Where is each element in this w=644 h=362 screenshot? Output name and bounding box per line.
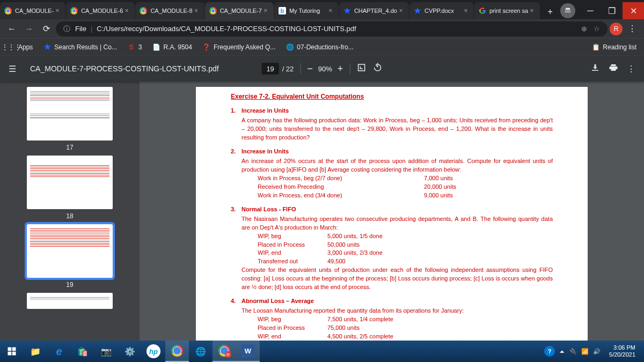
svg-rect-6 <box>12 352 16 356</box>
chrome-icon <box>140 7 147 14</box>
tab-5[interactable]: bMy Tutoring× <box>274 2 339 19</box>
close-icon[interactable]: × <box>54 7 61 14</box>
minimize-button[interactable]: ─ <box>580 2 601 19</box>
thumbnail-17[interactable]: 17 <box>27 87 113 151</box>
menu-button[interactable]: ⋮ <box>625 21 640 36</box>
ie-icon[interactable]: e <box>47 341 71 362</box>
omnibox[interactable]: ⓘ File | C:/Users/reccy/Downloads/CA_MOD… <box>56 21 608 36</box>
tab-2[interactable]: CA_MODULE-6× <box>66 2 135 19</box>
tab-4-active[interactable]: CA_MODULE-7× <box>205 2 274 19</box>
svg-rect-2 <box>358 64 364 71</box>
volume-icon[interactable]: 🔊 <box>593 348 601 355</box>
close-icon[interactable]: × <box>262 7 269 14</box>
bookmark-star-icon[interactable]: ☆ <box>592 25 601 33</box>
zoom-level: 90% <box>318 65 332 73</box>
windows-taskbar: 📁 e 🛍️ 📷 ⚙️ hp 🌐 R W ? ⏶ 🔌 📶 🔊 3:06 PM 5… <box>0 341 644 362</box>
help-icon[interactable]: ? <box>544 346 555 357</box>
chrome-icon <box>4 7 12 14</box>
chrome-icon <box>70 7 78 14</box>
forward-button[interactable]: → <box>21 21 36 36</box>
bookmark-item[interactable]: 🌐07-Deductions-fro... <box>283 40 356 54</box>
google-icon <box>479 7 486 14</box>
bookmark-item[interactable]: Search Results | Co... <box>40 40 120 54</box>
exercise-title: Exercise 7-2. Equivalent Unit Computatio… <box>231 92 553 101</box>
star-icon <box>414 7 421 14</box>
apps-icon: ⋮⋮⋮ <box>8 43 15 51</box>
list-icon: 📋 <box>592 43 599 51</box>
pdf-filename: CA_MODULE-7-PROCESS-COSTING-LOST-UNITS.p… <box>30 64 219 73</box>
download-icon[interactable] <box>590 63 600 75</box>
reload-button[interactable]: ⟳ <box>39 21 54 36</box>
camera-icon[interactable]: 📷 <box>94 341 118 362</box>
bookmark-item[interactable]: ❓Frequently Asked Q... <box>200 40 279 54</box>
svg-point-1 <box>568 10 570 12</box>
page-indicator: / 22 <box>262 63 294 75</box>
chrome-taskbar-icon[interactable] <box>165 341 189 362</box>
chrome-canary-icon[interactable]: R <box>213 341 236 362</box>
pdf-page-view[interactable]: Exercise 7-2. Equivalent Unit Computatio… <box>140 82 644 341</box>
new-tab-button[interactable]: + <box>543 4 558 19</box>
svg-rect-4 <box>12 348 16 351</box>
more-icon[interactable]: ⋮ <box>627 64 635 74</box>
close-icon[interactable]: × <box>193 7 200 14</box>
svg-rect-3 <box>8 348 12 351</box>
hp-icon[interactable]: hp <box>142 341 165 362</box>
tab-8[interactable]: print screen sa× <box>474 2 540 19</box>
file-explorer-icon[interactable]: 📁 <box>24 341 47 362</box>
pdf-toolbar: ☰ CA_MODULE-7-PROCESS-COSTING-LOST-UNITS… <box>0 56 644 82</box>
thumbnail-18[interactable]: 18 <box>27 156 113 220</box>
tab-1[interactable]: CA_MODULE-× <box>0 2 65 19</box>
thumbnail-19-selected[interactable]: 19 <box>27 224 113 289</box>
maximize-button[interactable]: ❐ <box>601 2 623 19</box>
window-close-button[interactable]: ✕ <box>623 2 644 19</box>
find-in-page-icon[interactable]: ⊕ <box>580 25 588 33</box>
back-button[interactable]: ← <box>4 21 19 36</box>
battery-icon[interactable]: 🔌 <box>569 348 577 355</box>
s-icon: S <box>128 43 135 51</box>
tab-3[interactable]: CA_MODULE-8× <box>135 2 204 19</box>
start-button[interactable] <box>0 341 24 362</box>
pdf-page: Exercise 7-2. Equivalent Unit Computatio… <box>196 87 588 341</box>
info-icon[interactable]: ⓘ <box>62 25 71 33</box>
tray-chevron-icon[interactable]: ⏶ <box>559 348 565 354</box>
hamburger-icon[interactable]: ☰ <box>9 64 21 74</box>
close-icon[interactable]: × <box>397 7 405 14</box>
close-icon[interactable]: × <box>327 7 334 14</box>
bookmark-item[interactable]: 📄R.A. 9504 <box>150 40 195 54</box>
zoom-out-button[interactable]: − <box>307 63 313 75</box>
tab-7[interactable]: CVPP.docx× <box>409 2 474 19</box>
pdf-content-area: 17 18 19 Exercise 7-2. Equivalent Unit C… <box>0 82 644 341</box>
close-icon[interactable]: × <box>462 7 470 14</box>
settings-icon[interactable]: ⚙️ <box>118 341 142 362</box>
rotate-icon[interactable] <box>372 63 382 75</box>
bookmark-item[interactable]: S3 <box>125 40 145 54</box>
close-icon[interactable]: × <box>528 7 536 14</box>
browser-titlebar: CA_MODULE-× CA_MODULE-6× CA_MODULE-8× CA… <box>0 0 644 19</box>
b-icon: b <box>279 7 286 14</box>
store-icon[interactable]: 🛍️ <box>71 341 94 362</box>
apps-button[interactable]: ⋮⋮⋮Apps <box>4 40 36 54</box>
url-text: C:/Users/reccy/Downloads/CA_MODULE-7-PRO… <box>97 25 575 33</box>
reading-list-button[interactable]: 📋Reading list <box>589 40 640 54</box>
faq-icon: ❓ <box>203 43 210 51</box>
incognito-icon[interactable] <box>560 3 575 18</box>
svg-rect-5 <box>8 352 12 356</box>
word-icon[interactable]: W <box>236 341 260 362</box>
zoom-in-button[interactable]: + <box>338 63 343 75</box>
thumbnail-20[interactable] <box>27 293 113 309</box>
tab-6[interactable]: CHAPTER_4.do× <box>339 2 409 19</box>
fit-page-icon[interactable] <box>356 63 366 75</box>
address-bar: ← → ⟳ ⓘ File | C:/Users/reccy/Downloads/… <box>0 19 644 39</box>
clock[interactable]: 3:06 PM 5/20/2021 <box>605 344 640 358</box>
globe-icon: 🌐 <box>286 43 294 51</box>
profile-avatar[interactable]: R <box>610 23 623 35</box>
chrome-icon <box>209 7 217 14</box>
thumbnail-sidebar[interactable]: 17 18 19 <box>0 82 140 341</box>
page-input[interactable] <box>262 63 279 75</box>
network-icon[interactable]: 📶 <box>581 348 589 355</box>
edge-icon[interactable]: 🌐 <box>189 341 213 362</box>
print-icon[interactable] <box>609 63 618 75</box>
close-icon[interactable]: × <box>123 7 130 14</box>
svg-point-0 <box>565 10 567 12</box>
file-label: File <box>75 25 86 33</box>
